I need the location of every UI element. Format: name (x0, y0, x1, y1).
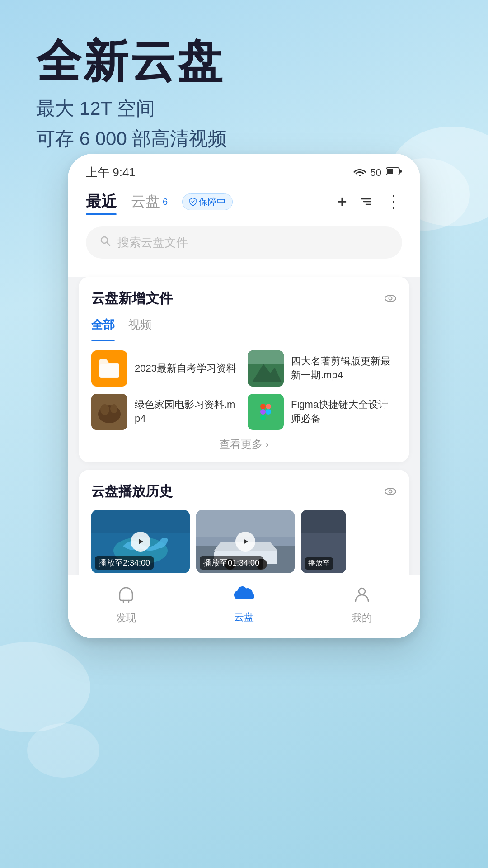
hero-subtitle-line1: 最大 12T 空间 (36, 93, 452, 123)
svg-point-9 (385, 295, 396, 302)
svg-point-39 (359, 588, 365, 594)
animal-thumbnail (91, 394, 127, 430)
svg-point-17 (100, 404, 109, 415)
search-area: 搜索云盘文件 (68, 219, 420, 269)
folder-icon (98, 359, 121, 378)
svg-rect-14 (248, 350, 284, 364)
svg-point-0 (359, 175, 361, 176)
wifi-icon (353, 167, 366, 179)
progress-label-1: 播放至2:34:00 (95, 556, 154, 570)
search-bar[interactable]: 搜索云盘文件 (86, 226, 402, 259)
bottom-nav: 发现 云盘 我的 (68, 575, 420, 638)
sort-icon (360, 195, 372, 208)
discover-label: 发现 (116, 611, 136, 625)
phone-frame: 上午 9:41 50 (68, 154, 420, 638)
file-item[interactable]: 2023最新自考学习资料 (91, 350, 240, 387)
file-name: 四大名著剪辑版更新最新一期.mp4 (291, 354, 397, 382)
svg-point-24 (385, 488, 396, 495)
file-thumb-video (248, 350, 284, 387)
file-grid: 2023最新自考学习资料 (91, 350, 397, 430)
filter-tabs: 全部 视频 (91, 317, 397, 341)
svg-rect-11 (99, 364, 119, 377)
new-files-title: 云盘新增文件 (91, 289, 173, 308)
svg-marker-36 (244, 539, 248, 544)
cloud-label: 云盘 (234, 610, 254, 624)
file-item[interactable]: Figma快捷键大全设计师必备 (248, 394, 397, 430)
svg-point-10 (389, 297, 392, 300)
new-files-section: 云盘新增文件 全部 视频 (79, 277, 409, 462)
history-thumb-dolphin: 播放至2:34:00 (91, 510, 190, 573)
status-icons: 50 (353, 167, 402, 179)
history-thumb-art: 播放至 (301, 510, 346, 573)
status-bar: 上午 9:41 50 (68, 154, 420, 184)
svg-rect-19 (260, 404, 266, 409)
svg-rect-23 (260, 415, 266, 420)
cloud-icon (233, 585, 255, 608)
add-button[interactable]: + (337, 192, 347, 212)
bottom-nav-cloud[interactable]: 云盘 (233, 585, 255, 624)
file-name: 2023最新自考学习资料 (135, 362, 236, 376)
hero-title: 全新云盘 (36, 36, 452, 86)
more-button[interactable]: ⋮ (385, 192, 402, 212)
svg-line-8 (107, 243, 110, 246)
my-label: 我的 (352, 611, 372, 625)
profile-icon (352, 584, 372, 609)
battery-icon (386, 167, 402, 179)
cloud-badge: 6 (163, 197, 168, 207)
svg-point-25 (389, 490, 392, 493)
hero-subtitle: 最大 12T 空间 可存 6 000 部高清视频 (36, 93, 452, 154)
file-item[interactable]: 四大名著剪辑版更新最新一期.mp4 (248, 350, 397, 387)
search-placeholder: 搜索云盘文件 (117, 235, 188, 250)
play-button-1[interactable] (131, 532, 150, 552)
svg-rect-2 (387, 169, 393, 174)
nav-tabs: 最近 云盘 6 保障中 + (68, 184, 420, 219)
file-thumb-folder (91, 350, 127, 387)
figma-icon (256, 402, 276, 422)
history-title: 云盘播放历史 (91, 482, 173, 501)
svg-rect-28 (91, 510, 190, 533)
svg-rect-22 (266, 409, 271, 415)
tab-recent[interactable]: 最近 (86, 191, 117, 212)
animal-icon (91, 394, 127, 430)
discover-icon (116, 584, 136, 609)
svg-rect-3 (400, 170, 402, 173)
new-files-header: 云盘新增文件 (91, 289, 397, 308)
bottom-nav-my[interactable]: 我的 (352, 584, 372, 625)
progress-label-2: 播放至01:34:00 (200, 556, 263, 570)
shield-icon (189, 198, 197, 206)
play-button-2[interactable] (235, 532, 255, 552)
eye-icon-history[interactable] (384, 485, 397, 499)
hero-section: 全新云盘 最大 12T 空间 可存 6 000 部高清视频 (0, 0, 488, 172)
svg-rect-38 (301, 510, 346, 533)
mountain-thumbnail (248, 350, 284, 387)
mountain-icon (248, 350, 284, 387)
hero-subtitle-line2: 可存 6 000 部高清视频 (36, 123, 452, 154)
protect-badge: 保障中 (182, 193, 233, 210)
bottom-nav-discover[interactable]: 发现 (116, 584, 136, 625)
sort-button[interactable] (360, 195, 372, 208)
tab-cloud[interactable]: 云盘 6 (131, 192, 168, 212)
eye-icon-files[interactable] (384, 292, 397, 306)
status-time: 上午 9:41 (86, 165, 136, 180)
search-icon (99, 235, 111, 250)
file-thumb-figma (248, 394, 284, 430)
history-header: 云盘播放历史 (91, 482, 397, 501)
file-thumb-animal (91, 394, 127, 430)
see-more-files[interactable]: 查看更多 › (91, 430, 397, 453)
file-name: Figma快捷键大全设计师必备 (291, 398, 397, 426)
filter-tab-video[interactable]: 视频 (128, 317, 152, 336)
phone-mockup: 上午 9:41 50 (68, 154, 420, 638)
protect-label: 保障中 (199, 196, 226, 208)
file-item[interactable]: 绿色家园电影习资料.mp4 (91, 394, 240, 430)
file-name: 绿色家园电影习资料.mp4 (135, 398, 240, 426)
svg-rect-20 (266, 404, 271, 409)
history-thumb-car: 播放至01:34:00 (196, 510, 295, 573)
filter-tab-all[interactable]: 全部 (91, 317, 115, 336)
progress-label-3: 播放至 (305, 557, 333, 570)
svg-point-18 (110, 404, 117, 413)
svg-rect-21 (260, 409, 266, 415)
nav-actions: + ⋮ (337, 192, 402, 212)
battery-text: 50 (371, 167, 381, 179)
svg-marker-29 (139, 539, 143, 544)
